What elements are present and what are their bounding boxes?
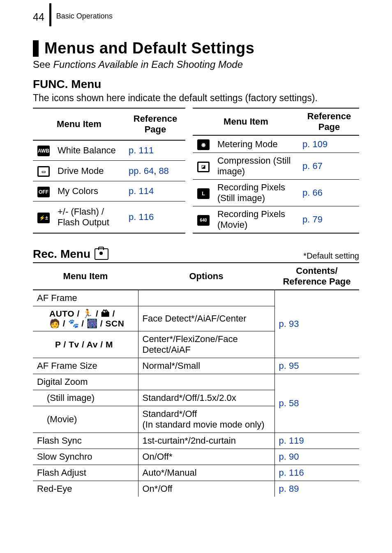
dz-movie-option: Standard*/Off (In standard movie mode on…: [138, 406, 274, 433]
drive-mode-icon: ▭: [37, 166, 50, 177]
func-menu-desc: The icons shown here indicate the defaul…: [33, 93, 359, 104]
link-p95[interactable]: p. 95: [279, 361, 299, 371]
rec-menu-heading: Rec. Menu: [33, 248, 90, 261]
col-ref-page: Reference Page: [125, 108, 185, 140]
link-p109[interactable]: p. 109: [302, 139, 327, 149]
dz-still-label: (Still image): [33, 390, 138, 406]
compression-label: Compression (Still image): [214, 153, 299, 180]
rec-pixels-movie-icon: 640: [197, 215, 210, 226]
rec-pixels-still-label: Recording Pixels (Still image): [214, 180, 299, 206]
link-p58[interactable]: p. 58: [279, 398, 299, 408]
rec-col-ref: Contents/ Reference Page: [274, 263, 359, 290]
my-colors-label: My Colors: [54, 181, 125, 201]
af-frame-ref-cell: p. 93: [274, 290, 359, 358]
my-colors-icon: OFF: [37, 187, 50, 197]
rec-menu-table: Menu Item Options Contents/ Reference Pa…: [33, 262, 359, 497]
breadcrumb: Basic Operations: [56, 12, 113, 21]
af-center-option: Center*/FlexiZone/Face Detect/AiAF: [138, 331, 274, 358]
rec-pixels-movie-label: Recording Pixels (Movie): [214, 206, 299, 234]
page-number: 44: [33, 11, 44, 23]
link-p89[interactable]: p. 89: [279, 484, 299, 494]
red-eye-label: Red-Eye: [33, 481, 138, 497]
awb-icon: AWB: [37, 146, 50, 156]
see-functions-line: See Functions Available in Each Shooting…: [33, 59, 359, 70]
title-accent-bar: [33, 40, 39, 57]
slow-synchro-option: On/Off*: [138, 449, 274, 465]
func-table-right: Menu Item Reference Page ◉ Metering Mode…: [193, 108, 359, 234]
af-face-detect-option: Face Detect*/AiAF/Center: [138, 306, 274, 331]
link-p67[interactable]: p. 67: [302, 161, 323, 171]
page-title: Menus and Default Settings: [44, 39, 254, 57]
drive-mode-ref: pp. 64, 88: [125, 161, 185, 181]
link-p93[interactable]: p. 93: [279, 319, 299, 329]
af-frame-modes-auto: AUTO / 🏃 / 🏔 / 🧑 / 🐾 / 🎆 / SCN: [33, 306, 138, 331]
see-italic: Functions Available in Each Shooting Mod…: [53, 59, 243, 70]
link-p116[interactable]: p. 116: [129, 212, 154, 222]
drive-mode-label: Drive Mode: [54, 161, 125, 181]
red-eye-option: On*/Off: [138, 481, 274, 497]
link-p79[interactable]: p. 79: [302, 214, 323, 224]
slow-synchro-label: Slow Synchro: [33, 449, 138, 465]
link-p114[interactable]: p. 114: [129, 186, 154, 196]
af-frame-modes-ptvavm: P / Tv / Av / M: [33, 331, 138, 358]
default-setting-note: *Default setting: [303, 251, 359, 261]
link-p66[interactable]: p. 66: [302, 187, 323, 198]
compression-icon: ◪: [197, 162, 210, 172]
af-modes-line1: AUTO / 🏃 / 🏔 /: [49, 309, 115, 318]
link-p111[interactable]: p. 111: [129, 145, 154, 155]
col-menu-item-r: Menu Item: [193, 108, 299, 135]
digital-zoom-label: Digital Zoom: [33, 374, 138, 390]
metering-mode-label: Metering Mode: [214, 135, 299, 153]
link-p90[interactable]: p. 90: [279, 451, 299, 462]
af-frame-size-option: Normal*/Small: [138, 358, 274, 374]
rec-pixels-still-icon: L: [197, 188, 210, 199]
dz-still-option: Standard*/Off/1.5x/2.0x: [138, 390, 274, 406]
func-table-left: Menu Item Reference Page AWB White Balan…: [33, 108, 185, 234]
flash-adjust-option: Auto*/Manual: [138, 465, 274, 481]
flash-adjust-label: Flash Adjust: [33, 465, 138, 481]
flash-sync-option: 1st-curtain*/2nd-curtain: [138, 433, 274, 449]
rec-col-menuitem: Menu Item: [33, 263, 138, 290]
af-frame-label: AF Frame: [33, 290, 138, 306]
rec-col-options: Options: [138, 263, 274, 290]
link-p119[interactable]: p. 119: [279, 435, 304, 446]
white-balance-label: White Balance: [54, 140, 125, 161]
af-frame-options-empty: [138, 290, 274, 306]
link-p116b[interactable]: p. 116: [279, 467, 304, 478]
see-prefix: See: [33, 59, 53, 70]
flash-sync-label: Flash Sync: [33, 433, 138, 449]
link-pp-prefix: pp.: [129, 166, 144, 176]
camera-icon: [95, 248, 108, 260]
flash-output-label: +/- (Flash) / Flash Output: [54, 201, 125, 233]
metering-icon: ◉: [197, 139, 210, 150]
digital-zoom-empty: [138, 374, 274, 390]
af-frame-size-label: AF Frame Size: [33, 358, 138, 374]
flash-exp-icon: ⚡±: [37, 213, 50, 223]
dz-movie-label: (Movie): [33, 406, 138, 433]
link-p88[interactable]: 88: [159, 166, 168, 176]
link-p64[interactable]: 64: [144, 166, 154, 176]
col-menu-item: Menu Item: [33, 108, 125, 140]
ref-sep: ,: [154, 166, 159, 176]
header-divider: [49, 3, 51, 26]
digital-zoom-ref-cell: p. 58: [274, 374, 359, 433]
col-ref-page-r: Reference Page: [299, 108, 359, 135]
header-bar: 44 Basic Operations: [33, 0, 359, 23]
func-menu-heading: FUNC. Menu: [33, 78, 359, 91]
func-tables: Menu Item Reference Page AWB White Balan…: [33, 108, 359, 234]
af-modes-line2: 🧑 / 🐾 / 🎆 / SCN: [49, 319, 124, 328]
